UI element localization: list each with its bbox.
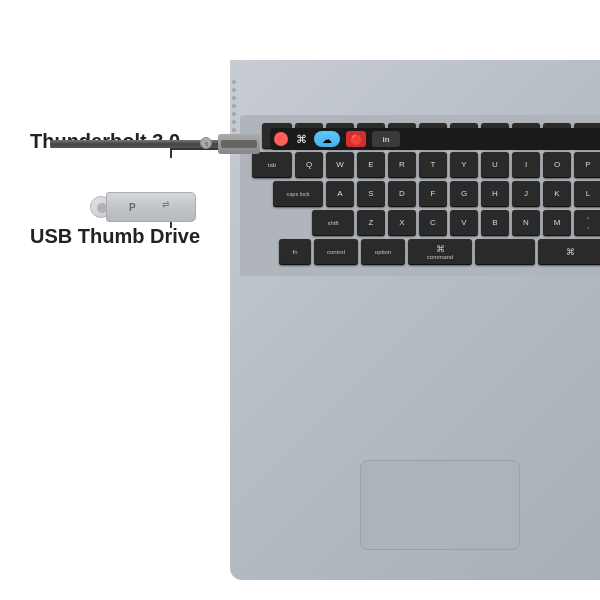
- cable-symbol: ↯: [200, 137, 212, 149]
- key-comma[interactable]: <,: [574, 210, 600, 236]
- scene: Thunderbolt 3.0 USB Thumb Drive ↯ P ⇌: [0, 0, 600, 600]
- key-fn[interactable]: fn: [279, 239, 311, 265]
- key-command-left[interactable]: ⌘ command: [408, 239, 472, 265]
- key-e[interactable]: E: [357, 152, 385, 178]
- key-w[interactable]: W: [326, 152, 354, 178]
- key-a[interactable]: A: [326, 181, 354, 207]
- key-c[interactable]: C: [419, 210, 447, 236]
- key-v[interactable]: V: [450, 210, 478, 236]
- key-s[interactable]: S: [357, 181, 385, 207]
- key-i[interactable]: I: [512, 152, 540, 178]
- key-tab[interactable]: tab: [252, 152, 292, 178]
- usb-c-port-inner: [221, 140, 257, 148]
- asdf-key-row: caps lock A S D F G H J K L: [248, 181, 600, 207]
- key-t[interactable]: T: [419, 152, 447, 178]
- key-g[interactable]: G: [450, 181, 478, 207]
- key-h[interactable]: H: [481, 181, 509, 207]
- qwerty-key-row: tab Q W E R T Y U I O P: [248, 152, 600, 178]
- key-p[interactable]: P: [574, 152, 600, 178]
- key-q[interactable]: Q: [295, 152, 323, 178]
- key-y[interactable]: Y: [450, 152, 478, 178]
- usb-symbol: ⇌: [162, 199, 170, 209]
- trackpad[interactable]: [360, 460, 520, 550]
- key-l[interactable]: L: [574, 181, 600, 207]
- in-icon-tb: in: [372, 131, 400, 147]
- key-f[interactable]: F: [419, 181, 447, 207]
- key-b[interactable]: B: [481, 210, 509, 236]
- usb-label: USB Thumb Drive: [30, 225, 200, 248]
- robot-icon-tb: 🔴: [346, 131, 366, 147]
- close-button-tb[interactable]: [274, 132, 288, 146]
- drive-body: P ⇌: [106, 192, 196, 222]
- speaker-grille-left: [232, 80, 236, 140]
- cloud-icon-tb: ☁: [314, 131, 340, 147]
- key-x[interactable]: X: [388, 210, 416, 236]
- zxcv-key-row: shift Z X C V B N M <,: [248, 210, 600, 236]
- usb-c-connector: [218, 134, 260, 154]
- key-shift-left[interactable]: shift: [312, 210, 354, 236]
- key-n[interactable]: N: [512, 210, 540, 236]
- key-command-right[interactable]: ⌘: [538, 239, 600, 265]
- tb-pointer-line-h: [170, 148, 225, 150]
- key-z[interactable]: Z: [357, 210, 385, 236]
- key-k[interactable]: K: [543, 181, 571, 207]
- bottom-key-row: fn control option ⌘ command ⌘: [248, 239, 600, 265]
- key-option[interactable]: option: [361, 239, 405, 265]
- touch-bar: ⌘ ☁ 🔴 in: [270, 128, 600, 150]
- key-m[interactable]: M: [543, 210, 571, 236]
- drive-logo-text: P: [129, 202, 136, 213]
- laptop-body: ⌘ ☁ 🔴 in ~` !1 @2 #3 $4 %5 ^6 &7 *8 (9: [230, 60, 600, 580]
- key-o[interactable]: O: [543, 152, 571, 178]
- apple-icon-tb: ⌘: [294, 132, 308, 146]
- key-control[interactable]: control: [314, 239, 358, 265]
- key-j[interactable]: J: [512, 181, 540, 207]
- key-u[interactable]: U: [481, 152, 509, 178]
- key-capslock[interactable]: caps lock: [273, 181, 323, 207]
- key-space[interactable]: [475, 239, 535, 265]
- key-d[interactable]: D: [388, 181, 416, 207]
- key-r[interactable]: R: [388, 152, 416, 178]
